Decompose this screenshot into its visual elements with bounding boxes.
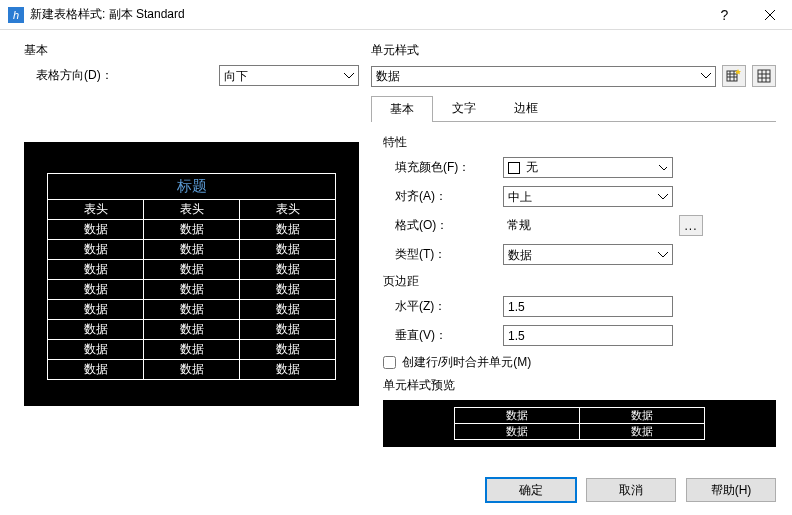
titlebar: h 新建表格样式: 副本 Standard ? <box>0 0 792 30</box>
align-label: 对齐(A)： <box>383 188 503 205</box>
h-margin-label: 水平(Z)： <box>383 298 503 315</box>
preview-cell: 数据 <box>48 320 144 340</box>
table-grid-icon <box>756 68 772 84</box>
preview-header: 表头 <box>48 200 144 220</box>
help-button[interactable]: 帮助(H) <box>686 478 776 502</box>
merge-label: 创建行/列时合并单元(M) <box>402 354 531 371</box>
ok-button[interactable]: 确定 <box>486 478 576 502</box>
preview-cell: 数据 <box>240 340 336 360</box>
align-select[interactable]: 中上 <box>503 186 673 207</box>
preview-cell: 数据 <box>240 280 336 300</box>
style-preview-label: 单元样式预览 <box>383 377 776 394</box>
close-icon <box>765 10 775 20</box>
preview-cell: 数据 <box>144 320 240 340</box>
style-preview-cell: 数据 <box>455 424 580 440</box>
preview-cell: 数据 <box>48 300 144 320</box>
preview-cell: 数据 <box>240 300 336 320</box>
preview-cell: 数据 <box>48 240 144 260</box>
preview-cell: 数据 <box>48 260 144 280</box>
preview-cell: 数据 <box>48 220 144 240</box>
basic-section-label: 基本 <box>24 42 359 59</box>
table-star-icon <box>726 68 742 84</box>
format-label: 格式(O)： <box>383 217 503 234</box>
preview-cell: 数据 <box>48 280 144 300</box>
preview-cell: 数据 <box>144 340 240 360</box>
new-style-button[interactable] <box>722 65 746 87</box>
preview-cell: 数据 <box>240 320 336 340</box>
help-titlebar-button[interactable]: ? <box>702 0 747 30</box>
preview-cell: 数据 <box>240 360 336 380</box>
style-preview-cell: 数据 <box>580 408 705 424</box>
fill-color-value: 无 <box>526 159 538 176</box>
app-icon: h <box>8 7 24 23</box>
svg-rect-1 <box>758 70 770 82</box>
table-preview: 标题 表头 表头 表头 数据数据数据 数据数据数据 数据数据数据 数据数据数据 … <box>24 142 359 406</box>
manage-style-button[interactable] <box>752 65 776 87</box>
fill-color-select[interactable]: 无 <box>503 157 673 178</box>
window-title: 新建表格样式: 副本 Standard <box>30 6 702 23</box>
dialog-footer: 确定 取消 帮助(H) <box>0 468 792 512</box>
preview-cell: 数据 <box>240 260 336 280</box>
cell-style-select[interactable]: 数据 <box>371 66 716 87</box>
preview-cell: 数据 <box>144 240 240 260</box>
preview-header: 表头 <box>240 200 336 220</box>
type-label: 类型(T)： <box>383 246 503 263</box>
cell-style-preview: 数据数据 数据数据 <box>383 400 776 447</box>
v-margin-label: 垂直(V)： <box>383 327 503 344</box>
h-margin-input[interactable] <box>503 296 673 317</box>
preview-cell: 数据 <box>144 280 240 300</box>
preview-cell: 数据 <box>144 220 240 240</box>
format-more-button[interactable]: ... <box>679 215 703 236</box>
preview-cell: 数据 <box>48 340 144 360</box>
preview-cell: 数据 <box>240 220 336 240</box>
cell-style-label: 单元样式 <box>371 42 776 59</box>
color-swatch-icon <box>508 162 520 174</box>
svg-rect-0 <box>727 71 737 81</box>
preview-cell: 数据 <box>144 300 240 320</box>
v-margin-input[interactable] <box>503 325 673 346</box>
direction-select[interactable]: 向下 <box>219 65 359 86</box>
tab-border[interactable]: 边框 <box>495 95 557 121</box>
tab-text[interactable]: 文字 <box>433 95 495 121</box>
preview-header: 表头 <box>144 200 240 220</box>
format-value: 常规 <box>503 215 673 236</box>
direction-label: 表格方向(D)： <box>24 67 164 84</box>
preview-cell: 数据 <box>144 260 240 280</box>
type-select[interactable]: 数据 <box>503 244 673 265</box>
preview-cell: 数据 <box>48 360 144 380</box>
properties-group-label: 特性 <box>383 134 776 151</box>
tab-basic[interactable]: 基本 <box>371 96 433 122</box>
property-tabs: 基本 文字 边框 <box>371 95 776 122</box>
preview-title: 标题 <box>48 174 336 200</box>
close-button[interactable] <box>747 0 792 30</box>
margins-group-label: 页边距 <box>383 273 776 290</box>
cancel-button[interactable]: 取消 <box>586 478 676 502</box>
preview-cell: 数据 <box>240 240 336 260</box>
preview-cell: 数据 <box>144 360 240 380</box>
merge-checkbox[interactable] <box>383 356 396 369</box>
fill-color-label: 填充颜色(F)： <box>383 159 503 176</box>
style-preview-cell: 数据 <box>580 424 705 440</box>
style-preview-cell: 数据 <box>455 408 580 424</box>
